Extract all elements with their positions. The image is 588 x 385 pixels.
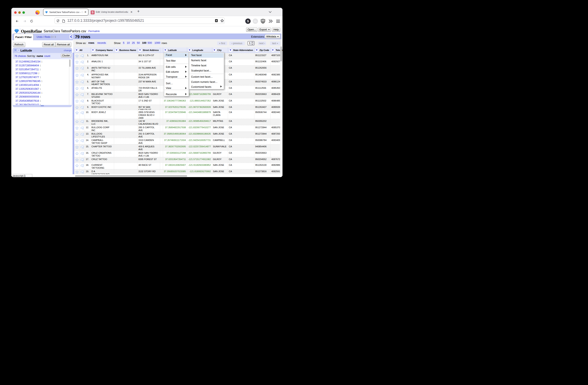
- svg-text:UO: UO: [262, 20, 265, 22]
